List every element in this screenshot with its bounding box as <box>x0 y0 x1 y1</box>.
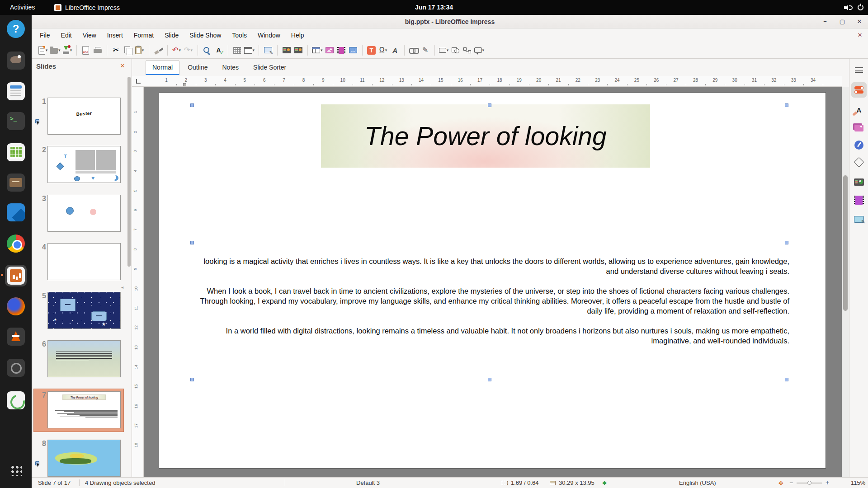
slide-thumb-preview[interactable] <box>47 195 121 232</box>
status-template-name[interactable]: Default 3 <box>356 478 380 488</box>
copy-icon[interactable] <box>123 44 133 56</box>
properties-icon[interactable] <box>851 82 867 98</box>
clone-formatting-icon[interactable] <box>153 44 164 56</box>
master-slide-icon[interactable] <box>263 44 274 56</box>
status-cursor-position[interactable]: 1.69 / 0.64 <box>511 478 538 488</box>
redo-icon[interactable]: ↷▾ <box>183 44 194 56</box>
slide-thumbnail-5[interactable]: 5★★ <box>32 292 132 329</box>
slide-thumb-preview[interactable]: ★★ <box>47 292 121 329</box>
start-from-current-slide-icon[interactable] <box>293 44 304 56</box>
dock-impress-icon[interactable] <box>5 265 27 286</box>
gallery-icon[interactable] <box>851 120 867 136</box>
display-views-icon[interactable]: ▾ <box>244 44 255 56</box>
minimize-button[interactable]: − <box>820 17 830 27</box>
export-pdf-icon[interactable] <box>80 44 91 56</box>
menu-slide[interactable]: Slide <box>159 30 184 41</box>
slide-canvas-workspace[interactable]: The Power of looking looking is a magica… <box>144 87 842 477</box>
slide-transition-icon[interactable] <box>851 174 867 190</box>
dock-vscode-icon[interactable] <box>5 202 27 223</box>
tab-notes[interactable]: Notes <box>216 61 245 74</box>
status-zoom-level[interactable]: 115% <box>851 478 865 488</box>
draw-line-icon[interactable]: ✎ <box>420 44 431 56</box>
zoom-slider[interactable] <box>797 483 822 483</box>
dock-text-editor-icon[interactable] <box>5 80 27 102</box>
hyperlink-icon[interactable] <box>408 44 419 56</box>
fontwork-icon[interactable]: A <box>390 44 401 56</box>
shapes-icon[interactable] <box>851 155 867 170</box>
dock-help-icon[interactable]: ? <box>5 18 27 40</box>
slide-thumbnail-2[interactable]: 2T♥ <box>32 146 132 183</box>
slide-thumbnail-1[interactable]: 1Buster <box>32 98 132 135</box>
slide-thumb-preview[interactable]: The Power of looking <box>47 391 121 428</box>
dock-dark-circle-app-icon[interactable] <box>5 357 27 379</box>
document-modified-icon[interactable]: ✱ <box>602 480 607 486</box>
selection-handle[interactable] <box>785 378 788 381</box>
slide-thumb-preview[interactable]: Buster <box>47 98 121 135</box>
cut-icon[interactable]: ✂ <box>111 44 122 56</box>
vertical-scrollbar[interactable] <box>842 87 849 477</box>
menu-help[interactable]: Help <box>286 30 310 41</box>
dock-gimp-icon[interactable] <box>5 50 27 71</box>
slide-thumbnail-3[interactable]: 3 <box>32 195 132 232</box>
slide-thumbnail-4[interactable]: 4 <box>32 243 132 280</box>
close-button[interactable]: ✕ <box>854 17 864 27</box>
master-slides-icon[interactable] <box>851 211 867 227</box>
navigator-icon[interactable] <box>851 137 867 153</box>
shapes-rect-ellipse-icon[interactable] <box>450 44 461 56</box>
slide-thumb-preview[interactable]: T♥ <box>47 146 121 183</box>
slide-thumb-preview[interactable] <box>47 440 121 477</box>
dock-firefox-icon[interactable] <box>5 296 27 317</box>
dock-file-manager-icon[interactable] <box>5 172 27 193</box>
tab-slide-sorter[interactable]: Slide Sorter <box>247 61 292 74</box>
insert-text-box-icon[interactable]: T <box>366 44 377 56</box>
menu-file[interactable]: File <box>34 30 56 41</box>
spelling-icon[interactable]: A <box>213 44 224 56</box>
new-document-icon[interactable]: ▾ <box>38 44 48 56</box>
slides-panel-scrollbar[interactable] <box>127 77 131 267</box>
selection-handle[interactable] <box>190 103 194 107</box>
save-icon[interactable]: ▾ <box>62 44 73 56</box>
horizontal-ruler[interactable]: 1234567891011121314151617181920212223242… <box>144 76 842 87</box>
sidebar-settings-icon[interactable] <box>851 62 867 78</box>
insert-table-icon[interactable]: ▾ <box>311 44 323 56</box>
animation-icon[interactable] <box>851 192 867 208</box>
start-from-first-slide-icon[interactable] <box>281 44 292 56</box>
system-tray[interactable] <box>844 0 863 15</box>
callout-shapes-icon[interactable]: ▾ <box>474 44 485 56</box>
slide-thumb-preview[interactable] <box>47 243 121 280</box>
dock-calc-icon[interactable] <box>5 141 27 163</box>
insert-image-icon[interactable] <box>324 44 335 56</box>
zoom-slider-knob[interactable] <box>807 481 811 485</box>
insert-ole-object-icon[interactable] <box>348 44 359 56</box>
menu-edit[interactable]: Edit <box>56 30 77 41</box>
slide-thumb-preview[interactable] <box>47 340 121 377</box>
menu-slide-show[interactable]: Slide Show <box>184 30 226 41</box>
tab-stop-selector[interactable] <box>132 76 144 87</box>
dock-app-grid-icon[interactable] <box>5 460 27 481</box>
dock-chrome-icon[interactable] <box>5 233 27 254</box>
selection-handle[interactable] <box>488 103 491 107</box>
insert-media-icon[interactable] <box>336 44 347 56</box>
body-text-box[interactable]: looking is a magical activity that enric… <box>194 256 789 356</box>
clock[interactable]: Jun 17 13:34 <box>0 0 868 15</box>
dock-vlc-icon[interactable] <box>5 326 27 347</box>
tab-normal[interactable]: Normal <box>146 60 179 75</box>
status-object-size[interactable]: 30.29 x 13.95 <box>559 478 594 488</box>
status-slide-info[interactable]: Slide 7 of 17 <box>38 478 71 488</box>
status-language[interactable]: English (USA) <box>679 478 716 488</box>
find-replace-icon[interactable] <box>202 44 212 56</box>
dock-terminal-icon[interactable] <box>5 110 27 132</box>
display-grid-icon[interactable] <box>232 44 243 56</box>
selection-handle[interactable] <box>785 103 788 107</box>
special-character-icon[interactable]: Ω▾ <box>378 44 389 56</box>
slide-thumbnail-7[interactable]: 7The Power of looking <box>32 391 132 428</box>
ruler-indent-marker[interactable] <box>183 83 186 86</box>
title-text-box[interactable]: The Power of looking <box>321 104 650 168</box>
paste-icon[interactable]: ▾ <box>134 44 145 56</box>
connectors-icon[interactable] <box>462 44 473 56</box>
fit-slide-icon[interactable]: ✥ <box>778 480 783 487</box>
selection-handle[interactable] <box>785 241 788 244</box>
tab-outline[interactable]: Outline <box>181 61 214 74</box>
menu-tools[interactable]: Tools <box>226 30 252 41</box>
print-icon[interactable] <box>92 44 103 56</box>
